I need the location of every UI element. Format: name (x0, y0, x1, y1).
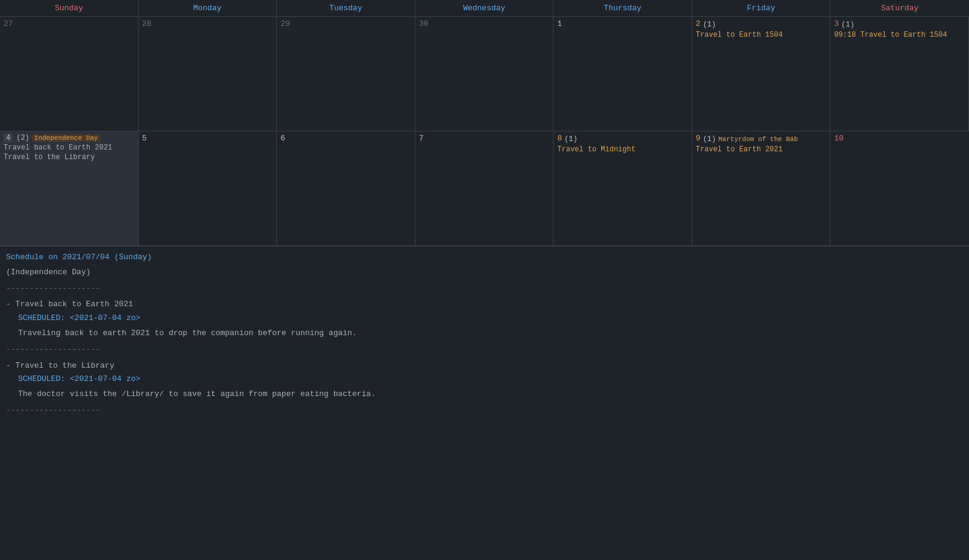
schedule-holiday: (Independence Day) (6, 266, 963, 279)
cell-date: 2(1) (696, 19, 827, 30)
schedule-scheduled: SCHEDULED: <2021-07-04 zo> (18, 373, 963, 386)
cell-date: 3(1) (834, 19, 965, 30)
date-number: 7 (419, 134, 424, 143)
cell-date: 6 (280, 134, 411, 144)
calendar-cell-week1-day5[interactable]: 9(1)Martyrdom of the BábTravel to Earth … (692, 131, 831, 246)
calendar-cell-week0-day4[interactable]: 1 (554, 17, 692, 131)
calendar-cell-week0-day6[interactable]: 3(1)09:18 Travel to Earth 1504 (830, 17, 969, 131)
calendar-cell-week1-day2[interactable]: 6 (277, 131, 415, 246)
calendar-header-wednesday: Wednesday (415, 0, 554, 16)
calendar-event[interactable]: Travel to the Library (4, 153, 134, 162)
holiday-label: Independence Day (32, 134, 101, 142)
calendar-event[interactable]: Travel back to Earth 2021 (4, 143, 134, 152)
date-number: 27 (4, 19, 13, 28)
calendar-cell-week1-day4[interactable]: 8(1)Travel to Midnight (554, 131, 692, 246)
cell-date: 1 (557, 19, 688, 30)
schedule-task-title: - Travel to the Library (6, 360, 963, 373)
cell-date: 28 (142, 19, 273, 30)
schedule-description: The doctor visits the /Library/ to save … (18, 388, 963, 401)
calendar-header-thursday: Thursday (554, 0, 692, 16)
event-count: (1) (703, 135, 716, 143)
date-number: 5 (142, 134, 147, 143)
date-number: 29 (280, 19, 290, 28)
calendar: SundayMondayTuesdayWednesdayThursdayFrid… (0, 0, 969, 246)
date-number: 2 (696, 19, 701, 28)
schedule-divider: -------------------- (6, 344, 963, 356)
calendar-event[interactable]: Travel to Earth 1504 (696, 31, 827, 39)
cell-date: 27 (4, 19, 134, 30)
event-count: (1) (703, 20, 716, 29)
date-number: 6 (280, 134, 285, 143)
calendar-header-saturday: Saturday (830, 0, 969, 16)
cell-date: 9(1)Martyrdom of the Báb (696, 134, 827, 144)
schedule-panel: Schedule on 2021/07/04 (Sunday)(Independ… (0, 246, 969, 426)
calendar-header-friday: Friday (692, 0, 831, 16)
cell-date: 8(1) (557, 134, 688, 144)
event-count: (1) (564, 135, 578, 143)
date-number: 8 (557, 134, 562, 143)
schedule-task-title: - Travel back to Earth 2021 (6, 298, 963, 311)
calendar-cell-week0-day5[interactable]: 2(1)Travel to Earth 1504 (692, 17, 831, 131)
cell-date: 4(2)Independence Day (4, 134, 134, 142)
date-number: 28 (142, 19, 152, 28)
date-number: 9 (696, 134, 701, 143)
event-count: (2) (16, 134, 30, 142)
schedule-final-divider: -------------------- (6, 404, 963, 417)
cell-date: 5 (142, 134, 273, 144)
date-number: 1 (557, 19, 562, 28)
schedule-scheduled: SCHEDULED: <2021-07-04 zo> (18, 312, 963, 325)
calendar-body: 2728293012(1)Travel to Earth 15043(1)09:… (0, 17, 969, 246)
calendar-cell-week0-day1[interactable]: 28 (139, 17, 277, 131)
date-number: 3 (834, 19, 839, 28)
calendar-cell-week1-day1[interactable]: 5 (139, 131, 277, 246)
cell-date: 7 (419, 134, 550, 144)
calendar-cell-week1-day0[interactable]: 4(2)Independence DayTravel back to Earth… (0, 131, 139, 246)
calendar-event[interactable]: Travel to Earth 2021 (696, 145, 827, 154)
calendar-event[interactable]: Travel to Midnight (557, 145, 688, 154)
calendar-header: SundayMondayTuesdayWednesdayThursdayFrid… (0, 0, 969, 17)
calendar-cell-week0-day3[interactable]: 30 (415, 17, 554, 131)
calendar-header-sunday: Sunday (0, 0, 139, 16)
date-number: 10 (834, 134, 844, 143)
schedule-divider: -------------------- (6, 283, 963, 295)
holiday-label: Martyrdom of the Báb (718, 136, 798, 143)
calendar-cell-week1-day3[interactable]: 7 (415, 131, 554, 246)
selected-badge: 4 (4, 134, 13, 142)
schedule-description: Traveling back to earth 2021 to drop the… (18, 327, 963, 340)
calendar-cell-week0-day0[interactable]: 27 (0, 17, 139, 131)
cell-date: 10 (834, 134, 965, 144)
calendar-cell-week1-day6[interactable]: 10 (830, 131, 969, 246)
event-count: (1) (841, 20, 854, 29)
date-number: 30 (419, 19, 429, 28)
schedule-header: Schedule on 2021/07/04 (Sunday) (6, 251, 963, 264)
calendar-event[interactable]: 09:18 Travel to Earth 1504 (834, 31, 965, 39)
calendar-header-monday: Monday (139, 0, 277, 16)
calendar-header-tuesday: Tuesday (277, 0, 415, 16)
cell-date: 29 (280, 19, 411, 30)
calendar-cell-week0-day2[interactable]: 29 (277, 17, 415, 131)
cell-date: 30 (419, 19, 550, 30)
